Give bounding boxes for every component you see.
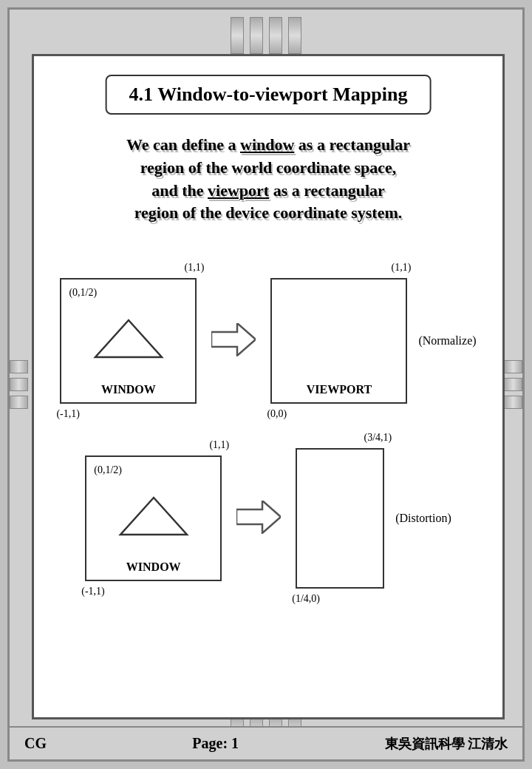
top-vp-coord-tr: (1,1) <box>392 262 412 274</box>
tab-piece-1 <box>231 17 244 54</box>
top-decorative-tabs <box>231 17 301 54</box>
outer-frame: 4.1 Window-to-viewport Mapping We can de… <box>7 7 525 762</box>
footer-cg: CG <box>24 735 47 752</box>
bottom-window-coord-tr: (1,1) <box>209 439 229 451</box>
top-arrow-svg <box>211 323 256 356</box>
top-viewport-box: VIEWPORT <box>270 278 407 404</box>
top-window-coord-inside: (0,1/2) <box>69 287 97 299</box>
top-window-coord-tr: (1,1) <box>185 262 205 274</box>
bottom-window-box: (0,1/2) WINDOW <box>85 455 222 581</box>
right-piece-1 <box>504 360 522 373</box>
tab-piece-2 <box>250 17 263 54</box>
svg-marker-1 <box>211 323 256 356</box>
bottom-window-label: WINDOW <box>126 560 181 574</box>
description-text: We can define a window as a rectangular … <box>49 134 488 225</box>
content-area: 4.1 Window-to-viewport Mapping We can de… <box>32 54 505 719</box>
bottom-vp-coord-tr: (3/4,1) <box>364 432 392 444</box>
tab-piece-4 <box>288 17 301 54</box>
right-piece-3 <box>504 396 522 409</box>
svg-marker-0 <box>95 320 162 357</box>
top-vp-coord-bl: (0,0) <box>267 408 287 420</box>
bottom-window-triangle <box>117 494 191 538</box>
top-window-triangle <box>92 316 166 361</box>
top-window-coord-bl: (-1,1) <box>56 408 80 420</box>
top-diagram-row: (1,1) (0,1/2) WINDOW (-1,1) <box>45 278 491 404</box>
bottom-window-coord-inside: (0,1/2) <box>94 464 122 476</box>
bottom-vp-coord-bl: (1/4,0) <box>292 593 320 605</box>
bottom-diagram-row: (1,1) (0,1/2) WINDOW (-1,1) <box>45 448 491 589</box>
left-piece-1 <box>10 360 28 373</box>
top-diagram-note: (Normalize) <box>418 334 476 348</box>
footer: CG Page: 1 東吳資訊科學 江清水 <box>10 726 522 759</box>
left-side-decorations <box>10 360 28 409</box>
top-window-wrapper: (1,1) (0,1/2) WINDOW (-1,1) <box>60 278 197 404</box>
bottom-viewport-box <box>296 448 384 589</box>
left-piece-2 <box>10 378 28 391</box>
top-arrow <box>211 323 256 359</box>
right-piece-2 <box>504 378 522 391</box>
top-viewport-label: VIEWPORT <box>307 383 372 396</box>
svg-marker-3 <box>236 501 281 533</box>
svg-marker-2 <box>120 498 187 535</box>
left-piece-3 <box>10 396 28 409</box>
viewport-term: viewport <box>208 181 269 200</box>
bottom-viewport-wrapper: (3/4,1) (1/4,0) <box>296 448 384 589</box>
title-box: 4.1 Window-to-viewport Mapping <box>106 75 432 115</box>
diagrams-container: (1,1) (0,1/2) WINDOW (-1,1) <box>34 278 502 589</box>
bottom-window-wrapper: (1,1) (0,1/2) WINDOW (-1,1) <box>85 455 222 581</box>
top-viewport-wrapper: (1,1) VIEWPORT (0,0) <box>270 278 407 404</box>
bottom-window-coord-bl: (-1,1) <box>81 586 105 597</box>
tab-piece-3 <box>269 17 282 54</box>
bottom-diagram-note: (Distortion) <box>395 512 451 525</box>
top-window-label: WINDOW <box>101 383 156 396</box>
footer-page: Page: 1 <box>47 735 385 752</box>
footer-school: 東吳資訊科學 江清水 <box>385 735 508 753</box>
window-term: window <box>240 135 294 154</box>
top-window-box: (0,1/2) WINDOW <box>60 278 197 404</box>
right-side-decorations <box>504 360 522 409</box>
title-text: 4.1 Window-to-viewport Mapping <box>129 84 408 105</box>
bottom-arrow <box>236 501 281 537</box>
bottom-arrow-svg <box>236 501 281 534</box>
